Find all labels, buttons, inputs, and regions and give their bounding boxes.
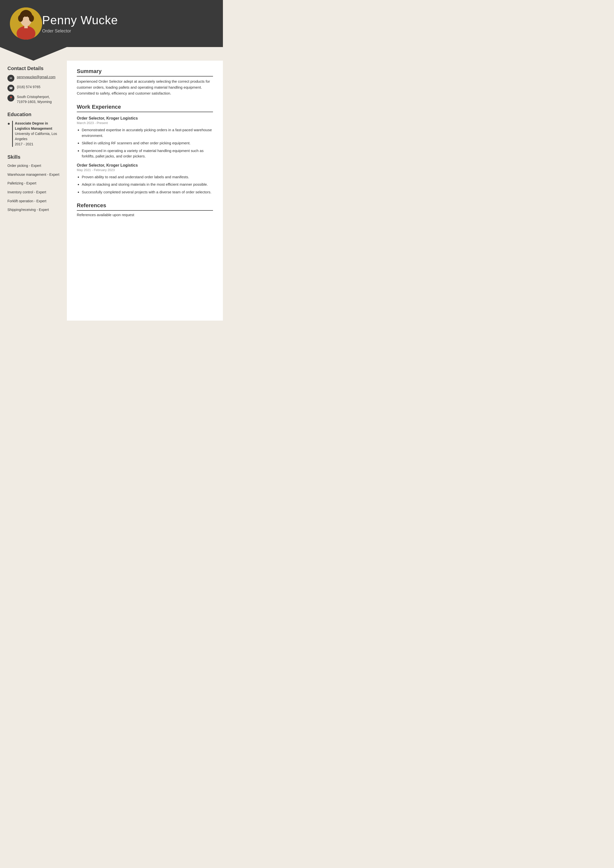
skill-item: Order picking - Expert xyxy=(8,163,59,168)
education-title: Education xyxy=(8,112,59,117)
summary-section: Summary Experienced Order Selector adept… xyxy=(77,68,213,96)
skill-item: Forklift operation - Expert xyxy=(8,199,59,204)
education-item: ● Associate Degree in Logistics Manageme… xyxy=(8,121,59,147)
main-content: Summary Experienced Order Selector adept… xyxy=(67,60,223,321)
job-bullet: Demonstrated expertise in accurately pic… xyxy=(82,127,213,138)
contact-title: Contact Details xyxy=(8,66,59,71)
education-section: Education ● Associate Degree in Logistic… xyxy=(8,112,59,147)
job-bullet: Skilled in utilizing RF scanners and oth… xyxy=(82,140,213,146)
skill-item: Warehouse management - Expert xyxy=(8,172,59,177)
candidate-name: Penny Wucke xyxy=(42,13,118,27)
job-bullet: Adept in stacking and storing materials … xyxy=(82,182,213,188)
job-bullet: Proven ability to read and understand or… xyxy=(82,174,213,180)
skill-item: Inventory control - Expert xyxy=(8,190,59,195)
avatar xyxy=(10,8,42,40)
skill-item: Palletizing - Expert xyxy=(8,181,59,186)
chevron-divider xyxy=(0,47,223,60)
work-experience-section: Work Experience Order Selector, Kroger L… xyxy=(77,104,213,195)
job-entry-2: Order Selector, Kroger Logistics May 202… xyxy=(77,163,213,195)
candidate-title: Order Selector xyxy=(42,28,118,34)
skill-item: Shipping/receiving - Expert xyxy=(8,208,59,212)
svg-point-9 xyxy=(23,12,29,17)
header-text: Penny Wucke Order Selector xyxy=(42,13,118,34)
email-value: pennywucke@gmail.com xyxy=(17,75,56,80)
skills-title: Skills xyxy=(8,154,59,160)
main-layout: Contact Details ✉ pennywucke@gmail.com ☎… xyxy=(0,60,223,321)
edu-details: Associate Degree in Logistics Management… xyxy=(12,121,59,147)
location-icon: 📍 xyxy=(8,95,14,101)
job-bullet: Successfully completed several projects … xyxy=(82,189,213,195)
job-entry-1: Order Selector, Kroger Logistics March 2… xyxy=(77,116,213,159)
resume-header: Penny Wucke Order Selector xyxy=(0,0,223,47)
edu-bullet-icon: ● xyxy=(8,121,10,147)
job-title-2: Order Selector, Kroger Logistics xyxy=(77,163,213,167)
edu-years: 2017 - 2021 xyxy=(15,142,59,147)
phone-icon: ☎ xyxy=(8,85,14,91)
contact-section: Contact Details ✉ pennywucke@gmail.com ☎… xyxy=(8,66,59,104)
job-bullets-2: Proven ability to read and understand or… xyxy=(77,174,213,195)
references-section: References References available upon req… xyxy=(77,202,213,217)
email-icon: ✉ xyxy=(8,75,14,82)
phone-contact: ☎ (016) 574 9765 xyxy=(8,85,59,91)
job-bullet: Experienced in operating a variety of ma… xyxy=(82,148,213,159)
job-bullets-1: Demonstrated expertise in accurately pic… xyxy=(77,127,213,159)
summary-title: Summary xyxy=(77,68,213,76)
summary-text: Experienced Order Selector adept at accu… xyxy=(77,79,213,96)
skills-section: Skills Order picking - Expert Warehouse … xyxy=(8,154,59,212)
work-experience-title: Work Experience xyxy=(77,104,213,112)
address-value: South Cristopherport, 71979-1603, Wyomin… xyxy=(17,95,59,104)
edu-degree: Associate Degree in Logistics Management xyxy=(15,121,59,131)
svg-rect-4 xyxy=(24,25,28,28)
job-title-1: Order Selector, Kroger Logistics xyxy=(77,116,213,121)
sidebar: Contact Details ✉ pennywucke@gmail.com ☎… xyxy=(0,60,67,321)
references-title: References xyxy=(77,202,213,211)
phone-value: (016) 574 9765 xyxy=(17,85,40,90)
job-dates-1: March 2023 - Present xyxy=(77,121,213,125)
edu-institution: University of California, Los Angeles xyxy=(15,131,59,142)
address-contact: 📍 South Cristopherport, 71979-1603, Wyom… xyxy=(8,95,59,104)
svg-marker-10 xyxy=(0,47,67,60)
references-text: References available upon request xyxy=(77,213,213,217)
job-dates-2: May 2021 - February 2023 xyxy=(77,168,213,172)
email-contact: ✉ pennywucke@gmail.com xyxy=(8,75,59,82)
